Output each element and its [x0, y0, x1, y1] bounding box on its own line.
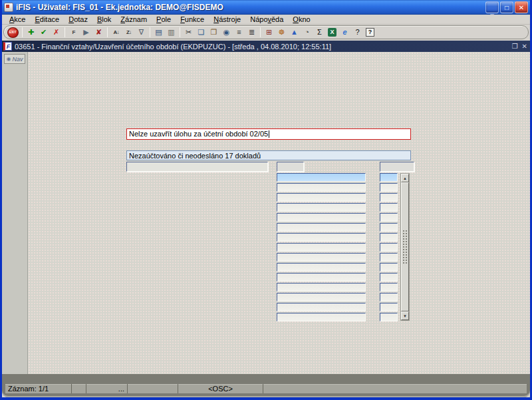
minimize-button[interactable]: _ — [485, 1, 499, 13]
document-cell[interactable] — [277, 193, 366, 202]
info-message-field[interactable]: Nezaúčtováno či neodesláno 17 dokladů — [126, 150, 411, 160]
scrollbar-thumb[interactable] — [401, 182, 409, 311]
document-cell[interactable] — [277, 313, 366, 321]
time-icon[interactable]: ◔ — [301, 27, 313, 39]
excel-icon[interactable]: X — [326, 27, 338, 39]
app-window: iFIS - Uživatel: FIS_01 - Ek.jednotka: D… — [0, 0, 532, 400]
paste-icon[interactable]: ❐ — [207, 27, 220, 39]
list-row[interactable] — [277, 303, 399, 313]
flag-cell[interactable] — [380, 313, 398, 321]
sort-descending-icon[interactable]: Z↓ — [122, 27, 135, 39]
list-row[interactable] — [277, 223, 399, 233]
list-row[interactable] — [277, 313, 399, 323]
document-cell[interactable] — [277, 183, 366, 192]
scrollbar-track[interactable] — [401, 182, 409, 311]
flag-cell[interactable] — [380, 273, 398, 282]
flag-cell[interactable] — [380, 203, 398, 212]
toolbar-pill: EXIT✚✔✗F▶✘A↓Z↓∇▤▥✂❏❐◉≡≣⊞☸▲◔ΣXe?? — [3, 25, 529, 39]
web-icon[interactable]: e — [338, 27, 351, 39]
menu-item-okno[interactable]: Okno — [288, 15, 315, 23]
document-cell[interactable] — [277, 293, 366, 301]
list-row[interactable] — [277, 213, 399, 223]
list-row[interactable] — [277, 243, 399, 253]
menu-item-dotaz[interactable]: Dotaz — [64, 15, 92, 23]
flag-cell[interactable] — [380, 283, 398, 292]
scroll-up-button[interactable]: ▲ — [401, 174, 409, 182]
list-row[interactable] — [277, 183, 399, 193]
update-record-icon[interactable]: ✔ — [37, 27, 50, 39]
menu-item-blok[interactable]: Blok — [92, 15, 116, 23]
document-cell[interactable] — [277, 263, 366, 272]
list-row[interactable] — [277, 263, 399, 273]
list-row[interactable] — [277, 253, 399, 263]
menu-item-nastroje[interactable]: Nástroje — [209, 15, 245, 23]
document-cell[interactable] — [277, 213, 366, 222]
flag-cell[interactable] — [380, 233, 398, 242]
print-icon[interactable]: ▤ — [152, 27, 165, 39]
execute-query-icon[interactable]: ▶ — [80, 27, 92, 39]
flag-cell[interactable] — [380, 223, 398, 232]
list-row[interactable] — [277, 203, 399, 213]
menu-item-funkce[interactable]: Funkce — [176, 15, 209, 23]
find-document-icon[interactable]: ◉ — [220, 27, 233, 39]
document-cell[interactable] — [277, 173, 366, 182]
mdi-restore-icon[interactable]: ❐ — [512, 43, 518, 50]
exit-button[interactable]: EXIT — [7, 27, 19, 38]
menu-item-akce[interactable]: Akce — [5, 15, 30, 23]
flag-cell[interactable] — [380, 253, 398, 262]
flag-cell[interactable] — [380, 173, 398, 182]
list-row[interactable] — [277, 173, 399, 183]
list-values-icon[interactable]: ≡ — [233, 27, 245, 39]
insert-record-icon[interactable]: ✚ — [25, 27, 37, 39]
close-button[interactable]: ✕ — [515, 1, 528, 13]
menu-item-napoveda[interactable]: Nápověda — [245, 15, 288, 23]
flag-cell[interactable] — [380, 303, 398, 311]
menu-item-editace[interactable]: Editace — [30, 15, 64, 23]
sum-icon[interactable]: Σ — [313, 27, 326, 39]
document-cell[interactable] — [277, 273, 366, 282]
detail-field[interactable] — [126, 162, 268, 172]
flag-cell[interactable] — [380, 193, 398, 202]
navigator-helm-icon[interactable]: ☸ — [275, 27, 288, 39]
document-cell[interactable] — [277, 203, 366, 212]
list-columns-icon[interactable]: ≣ — [245, 27, 258, 39]
flag-cell[interactable] — [380, 213, 398, 222]
period-field[interactable] — [380, 162, 414, 172]
error-message-field[interactable]: Nelze uzavřít úlohu za účetní období 02/… — [126, 128, 411, 140]
flag-cell[interactable] — [380, 293, 398, 301]
cut-icon[interactable]: ✂ — [182, 27, 195, 39]
cancel-query-icon[interactable]: ✘ — [92, 27, 105, 39]
document-cell[interactable] — [277, 233, 366, 242]
calendar-icon[interactable]: ⊞ — [263, 27, 275, 39]
document-cell[interactable] — [277, 253, 366, 262]
maximize-button[interactable]: □ — [500, 1, 513, 13]
list-row[interactable] — [277, 193, 399, 203]
list-row[interactable] — [277, 233, 399, 243]
filter-icon[interactable]: ∇ — [135, 27, 148, 39]
list-row[interactable] — [277, 283, 399, 293]
list-row[interactable] — [277, 293, 399, 303]
menu-item-zaznam[interactable]: Záznam — [116, 15, 152, 23]
menu-item-pole[interactable]: Pole — [152, 15, 176, 23]
list-row[interactable] — [277, 273, 399, 283]
mdi-close-icon[interactable]: ✕ — [522, 43, 527, 50]
document-cell[interactable] — [277, 283, 366, 292]
enter-query-icon[interactable]: F — [67, 27, 80, 39]
image-icon[interactable]: ▲ — [288, 27, 301, 39]
help-topics-icon[interactable]: ? — [351, 27, 364, 39]
flag-cell[interactable] — [380, 183, 398, 192]
context-help-icon[interactable]: ? — [364, 27, 376, 39]
delete-record-icon[interactable]: ✗ — [50, 27, 63, 39]
flag-cell[interactable] — [380, 263, 398, 272]
menu-bar: AkceEditaceDotazBlokZáznamPoleFunkceNást… — [2, 15, 530, 25]
print-preview-icon[interactable]: ▥ — [165, 27, 178, 39]
scroll-down-button[interactable]: ▼ — [401, 311, 409, 320]
sort-ascending-icon[interactable]: A↓ — [110, 27, 122, 39]
document-cell[interactable] — [277, 223, 366, 232]
flag-cell[interactable] — [380, 243, 398, 252]
copy-icon[interactable]: ❏ — [195, 27, 207, 39]
count-field[interactable] — [277, 162, 304, 172]
document-cell[interactable] — [277, 243, 366, 252]
document-cell[interactable] — [277, 303, 366, 311]
nav-tab[interactable]: ◉ Nav — [4, 54, 25, 64]
